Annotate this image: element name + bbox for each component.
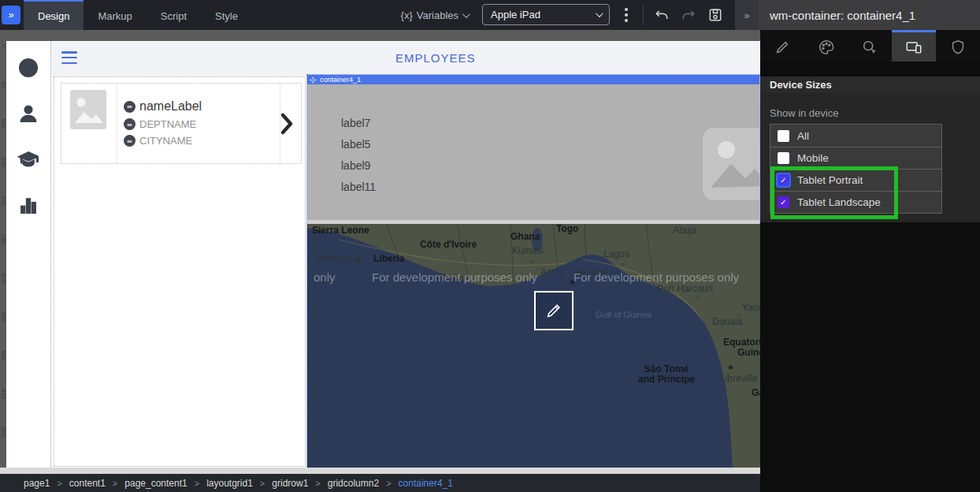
undo-button[interactable] xyxy=(648,0,675,30)
collapse-panel-icon[interactable]: » xyxy=(735,0,759,30)
device-preview-select[interactable]: Apple iPad xyxy=(482,4,610,25)
map-label: Liberia xyxy=(373,254,404,264)
device-option-tablet-landscape[interactable]: ✓Tablet Landscape xyxy=(770,191,941,213)
kebab-menu-icon[interactable] xyxy=(614,0,638,30)
container-label-label9[interactable]: label9 xyxy=(341,159,370,172)
list-item[interactable]: ∞ nameLabel ∞ DEPTNAME ∞ CITYNAME xyxy=(61,83,302,164)
device-option-all[interactable]: All xyxy=(770,125,941,147)
variables-button[interactable]: {x} Variables xyxy=(401,0,468,30)
map-label: Port Harcourt xyxy=(657,284,713,294)
chevron-down-icon xyxy=(462,10,470,18)
map-label: For development purposes only xyxy=(574,271,739,284)
breadcrumb-item-page1[interactable]: page1 xyxy=(24,478,50,489)
preview-left-nav xyxy=(6,41,51,468)
save-button[interactable] xyxy=(702,0,729,30)
selection-header[interactable]: container4_1 xyxy=(307,75,759,84)
preview-page-header: EMPLOYEES xyxy=(51,41,760,76)
save-icon xyxy=(707,7,723,23)
top-toolbar: » DesignMarkupScriptStyle {x} Variables … xyxy=(0,0,980,30)
bar-chart-icon[interactable] xyxy=(17,194,39,219)
breadcrumb-separator: > xyxy=(386,479,391,488)
map-label: Douala xyxy=(712,317,742,327)
mode-tab-script[interactable]: Script xyxy=(147,0,201,30)
pencil-icon xyxy=(545,302,562,319)
show-in-device-label: Show in device xyxy=(770,107,838,119)
device-sizes-icon xyxy=(905,39,922,56)
breadcrumb-separator: > xyxy=(57,479,61,488)
option-label: Tablet Portrait xyxy=(797,174,863,186)
canvas-scrollbar[interactable] xyxy=(0,468,760,474)
map-label: Togo xyxy=(556,224,578,234)
device-option-mobile[interactable]: Mobile xyxy=(770,147,941,169)
breadcrumb-item-gridrow1[interactable]: gridrow1 xyxy=(272,478,308,489)
city-label[interactable]: CITYNAME xyxy=(139,135,192,147)
mode-tab-style[interactable]: Style xyxy=(201,0,252,30)
map-label: Kumasi xyxy=(512,246,544,256)
checkbox[interactable] xyxy=(778,130,789,142)
map-edit-button[interactable] xyxy=(534,291,574,330)
person-icon[interactable] xyxy=(17,102,39,128)
map-label: ○ xyxy=(621,262,625,268)
panel-tabs xyxy=(760,30,980,62)
hamburger-menu-icon[interactable] xyxy=(61,51,77,64)
selection-tag: container4_1 xyxy=(320,76,361,84)
breadcrumb-item-layoutgrid1[interactable]: layoutgrid1 xyxy=(206,478,253,489)
breadcrumb-separator: > xyxy=(113,479,117,488)
app-window: » DesignMarkupScriptStyle {x} Variables … xyxy=(0,0,980,492)
tab-styles-pencil[interactable] xyxy=(760,30,804,62)
container-label-label5[interactable]: label5 xyxy=(341,138,370,151)
map-label: São Tomé and Príncipe xyxy=(638,364,695,384)
dashboard-gauge-icon[interactable] xyxy=(17,57,39,82)
breadcrumb-separator: > xyxy=(315,479,320,488)
map-label: Yaoundé xyxy=(742,303,760,313)
container-body[interactable]: label7label5label9label11 xyxy=(307,84,759,220)
breadcrumb-item-page_content1[interactable]: page_content1 xyxy=(124,478,187,489)
dept-label[interactable]: DEPTNAME xyxy=(139,118,196,130)
tab-device-sizes[interactable] xyxy=(892,30,936,62)
image-placeholder-icon xyxy=(701,126,759,202)
mode-tab-design[interactable]: Design xyxy=(24,0,84,30)
tab-security[interactable] xyxy=(936,30,980,62)
inspect-cursor-icon xyxy=(861,39,878,56)
tab-theme-palette[interactable] xyxy=(804,30,848,62)
checkbox[interactable]: ✓ xyxy=(778,196,789,208)
tab-inspect[interactable] xyxy=(848,30,893,62)
undo-icon xyxy=(654,7,670,23)
toolbar-spacer xyxy=(252,0,401,30)
map-label: Sierra Leone xyxy=(312,226,369,236)
container-label-label7[interactable]: label7 xyxy=(341,117,370,129)
device-option-tablet-portrait[interactable]: ✓Tablet Portrait xyxy=(770,169,941,191)
breadcrumb-item-content1[interactable]: content1 xyxy=(69,478,106,489)
map-label: Côte d'Ivoire xyxy=(420,240,477,250)
palette-icon xyxy=(818,39,835,56)
container-label-label11[interactable]: label11 xyxy=(341,181,376,193)
vertical-ruler: 050100150200250300350400450500 xyxy=(0,41,6,468)
mode-tabs: DesignMarkupScriptStyle xyxy=(24,0,252,30)
redo-button[interactable] xyxy=(675,0,702,30)
mode-tab-markup[interactable]: Markup xyxy=(84,0,146,30)
graduation-cap-icon[interactable] xyxy=(17,148,39,173)
image-placeholder-icon xyxy=(70,90,106,129)
bind-icon: ∞ xyxy=(124,135,135,147)
map-label: ○ xyxy=(695,295,699,301)
name-label[interactable]: nameLabel xyxy=(139,99,202,114)
chevron-right-icon xyxy=(279,112,295,139)
expand-sidebar-icon[interactable]: » xyxy=(2,6,20,24)
checkbox[interactable]: ✓ xyxy=(778,174,789,186)
horizontal-ruler xyxy=(0,30,760,41)
google-map-widget[interactable]: Sierra LeoneCôte d'IvoireGhanaTogoAbujaK… xyxy=(307,224,760,468)
breadcrumb-item-gridcolumn2[interactable]: gridcolumn2 xyxy=(328,478,379,489)
move-icon xyxy=(310,76,317,84)
breadcrumb-item-container4_1[interactable]: container4_1 xyxy=(399,478,453,489)
design-canvas: 050100150200250300350400450500 xyxy=(0,30,760,474)
selected-container[interactable]: container4_1 label7label5label9label11 xyxy=(306,74,760,467)
checkbox[interactable] xyxy=(778,152,789,164)
list-widget-column[interactable]: ∞ nameLabel ∞ DEPTNAME ∞ CITYNAME xyxy=(54,76,306,467)
breadcrumb-separator: > xyxy=(195,479,199,488)
redo-icon xyxy=(681,7,696,23)
option-label: All xyxy=(797,130,809,142)
toolbar-divider xyxy=(643,5,644,25)
page-title: EMPLOYEES xyxy=(395,51,476,65)
device-select-value: Apple iPad xyxy=(491,9,540,20)
map-label: ○ xyxy=(530,259,534,265)
